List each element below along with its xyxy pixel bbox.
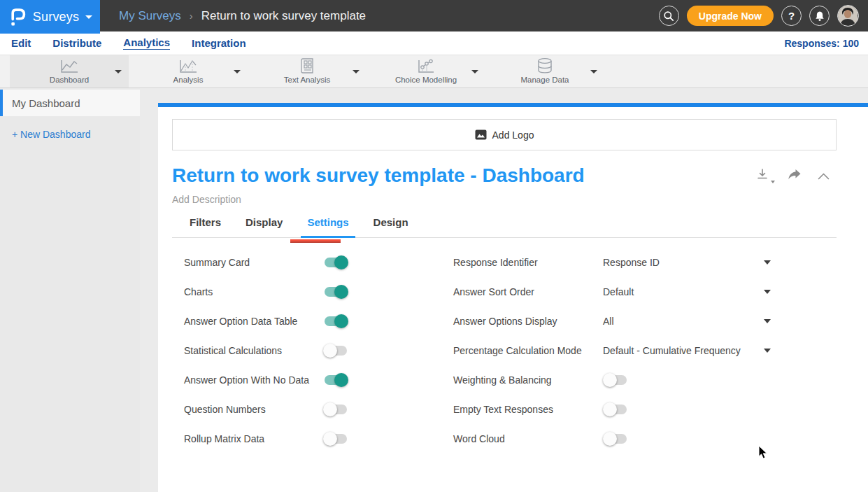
toggle-empty-text-responses[interactable] — [603, 402, 628, 416]
setting-label: Word Cloud — [453, 433, 505, 444]
notifications-button[interactable] — [809, 6, 830, 26]
download-icon — [756, 168, 770, 181]
chevron-down-icon[interactable] — [353, 70, 360, 73]
product-switcher[interactable]: Surveys — [0, 0, 100, 34]
dropdown-percentage-calculation-mode[interactable]: Default - Cumulative Frequency — [603, 345, 741, 356]
toolbar-label: Manage Data — [520, 76, 569, 84]
product-label: Surveys — [33, 10, 79, 24]
top-bar: My Surveys › Return to work survey templ… — [0, 0, 868, 31]
dropdown-caret-icon[interactable] — [764, 319, 771, 323]
setting-label: Response Identifier — [453, 257, 538, 268]
setting-label: Answer Options Display — [453, 316, 557, 327]
help-button[interactable]: ? — [781, 6, 802, 26]
tab-design[interactable]: Design — [373, 216, 408, 237]
breadcrumb-my-surveys[interactable]: My Surveys — [119, 9, 181, 23]
menu-item-distribute[interactable]: Distribute — [52, 37, 101, 50]
toolbar-item-text-analysis[interactable]: Text Analysis — [248, 55, 367, 87]
setting-label: Empty Text Responses — [453, 404, 553, 415]
line-chart-icon — [59, 59, 80, 74]
dropdown-caret-icon[interactable] — [764, 349, 771, 353]
chevron-down-icon[interactable] — [471, 70, 478, 73]
dashboard-sidebar: My Dashboard + New Dashboard — [0, 88, 140, 492]
chevron-down-icon — [85, 15, 92, 19]
annotation-underline — [290, 239, 341, 243]
setting-label: Weighting & Balancing — [453, 374, 552, 386]
bell-icon — [814, 10, 825, 22]
toolbar-item-analysis[interactable]: Analysis — [129, 55, 248, 87]
chevron-down-icon[interactable] — [234, 70, 241, 73]
upgrade-now-button[interactable]: Upgrade Now — [687, 6, 774, 26]
setting-label: Answer Option With No Data — [184, 374, 309, 386]
new-dashboard-button[interactable]: + New Dashboard — [0, 129, 140, 140]
questionpro-logo-icon — [8, 6, 27, 28]
settings-row: Answer Option Data Table Answer Options … — [172, 307, 837, 336]
add-description-field[interactable]: Add Description — [158, 194, 868, 205]
breadcrumb-separator-icon: › — [190, 10, 193, 22]
text-grid-icon — [299, 59, 315, 74]
avatar[interactable] — [837, 5, 859, 27]
tab-settings[interactable]: Settings — [307, 216, 348, 237]
scatter-chart-icon — [416, 59, 436, 74]
toolbar-item-dashboard[interactable]: Dashboard — [10, 55, 129, 87]
toggle-rollup-matrix-data[interactable] — [323, 432, 348, 446]
download-button[interactable] — [756, 168, 770, 184]
toggle-charts[interactable] — [323, 285, 348, 299]
dropdown-answer-sort-order[interactable]: Default — [603, 286, 634, 297]
chevron-down-icon[interactable] — [590, 70, 597, 73]
share-icon — [786, 169, 802, 181]
toggle-answer-option-data-table[interactable] — [323, 314, 348, 328]
toggle-statistical-calculations[interactable] — [323, 344, 348, 358]
settings-row: Charts Answer Sort Order Default — [172, 277, 837, 307]
share-button[interactable] — [786, 169, 802, 183]
add-logo-button[interactable]: Add Logo — [172, 119, 837, 150]
setting-label: Statistical Calculations — [184, 345, 282, 356]
collapse-button[interactable] — [818, 170, 830, 183]
dashboard-tabs: Filters Display Settings Design — [172, 216, 837, 238]
setting-label: Charts — [184, 286, 213, 297]
app-window: My Surveys › Return to work survey templ… — [0, 0, 868, 492]
toggle-word-cloud[interactable] — [603, 432, 628, 446]
chevron-down-icon[interactable] — [115, 70, 122, 73]
toolbar-label: Text Analysis — [284, 76, 330, 84]
setting-label: Percentage Calculation Mode — [453, 345, 582, 356]
toggle-summary-card[interactable] — [323, 255, 348, 269]
toggle-weighting-balancing[interactable] — [603, 373, 628, 387]
chevron-down-icon — [771, 181, 775, 183]
chevron-up-icon — [818, 173, 830, 180]
settings-form: Summary Card Response Identifier Respons… — [158, 248, 868, 454]
menu-item-analytics[interactable]: Analytics — [123, 36, 170, 50]
tab-display[interactable]: Display — [246, 216, 283, 237]
tab-filters[interactable]: Filters — [190, 216, 221, 237]
toggle-answer-option-with-no-data[interactable] — [323, 373, 348, 387]
sidebar-item-label: My Dashboard — [12, 97, 80, 109]
survey-menu: Edit Distribute Analytics Integration Re… — [0, 31, 868, 55]
toolbar-label: Choice Modelling — [395, 76, 457, 84]
dropdown-caret-icon[interactable] — [764, 260, 771, 265]
toolbar-item-choice-modelling[interactable]: Choice Modelling — [367, 55, 485, 87]
toolbar-label: Dashboard — [50, 76, 89, 84]
responses-count[interactable]: Responses: 100 — [784, 31, 859, 55]
image-icon — [475, 129, 487, 140]
page-title[interactable]: Return to work survey template - Dashboa… — [172, 164, 833, 188]
title-actions — [756, 168, 830, 184]
dropdown-response-identifier[interactable]: Response ID — [603, 257, 660, 268]
dropdown-answer-options-display[interactable]: All — [603, 316, 614, 327]
menu-item-edit[interactable]: Edit — [11, 37, 31, 50]
toolbar-item-manage-data[interactable]: Manage Data — [485, 55, 604, 87]
dropdown-caret-icon[interactable] — [764, 290, 771, 294]
sidebar-item-my-dashboard[interactable]: My Dashboard — [0, 90, 140, 116]
settings-row: Answer Option With No Data Weighting & B… — [172, 365, 837, 395]
database-icon — [536, 59, 554, 74]
toggle-question-numbers[interactable] — [323, 402, 348, 416]
help-icon: ? — [788, 10, 795, 22]
search-button[interactable] — [659, 6, 679, 26]
settings-row: Summary Card Response Identifier Respons… — [172, 248, 837, 277]
dashboard-panel: Add Logo Return to work survey template … — [158, 107, 868, 492]
setting-label: Summary Card — [184, 257, 250, 268]
search-icon — [663, 10, 674, 22]
menu-item-integration[interactable]: Integration — [192, 37, 246, 50]
setting-label: Answer Option Data Table — [184, 316, 297, 327]
settings-row: Rollup Matrix Data Word Cloud — [172, 424, 837, 454]
breadcrumb-current: Return to work survey template — [201, 9, 366, 23]
analytics-toolbar: Dashboard Analysis Text Analysis Choice … — [0, 55, 868, 88]
